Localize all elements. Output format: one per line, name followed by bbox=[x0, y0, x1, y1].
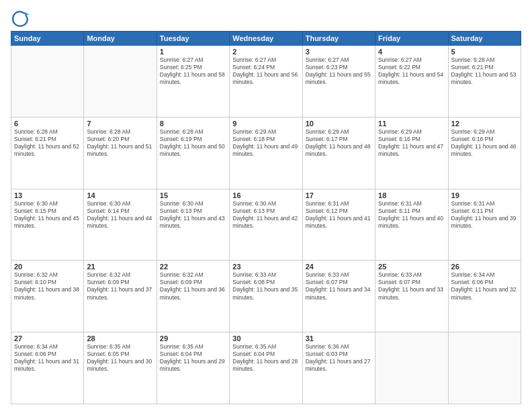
day-number: 5 bbox=[451, 48, 518, 56]
calendar-header-monday: Monday bbox=[84, 32, 157, 46]
day-number: 13 bbox=[14, 191, 81, 199]
calendar-cell: 10Sunrise: 6:29 AM Sunset: 6:17 PM Dayli… bbox=[302, 117, 375, 189]
day-number: 3 bbox=[306, 48, 372, 56]
day-number: 25 bbox=[378, 263, 445, 271]
day-number: 22 bbox=[160, 263, 226, 271]
day-info: Sunrise: 6:29 AM Sunset: 6:16 PM Dayligh… bbox=[378, 128, 445, 158]
calendar-cell: 4Sunrise: 6:27 AM Sunset: 6:22 PM Daylig… bbox=[375, 46, 448, 118]
day-info: Sunrise: 6:36 AM Sunset: 6:03 PM Dayligh… bbox=[306, 343, 372, 373]
calendar-cell bbox=[84, 46, 157, 118]
day-info: Sunrise: 6:31 AM Sunset: 6:11 PM Dayligh… bbox=[451, 200, 518, 230]
calendar-header-sunday: Sunday bbox=[11, 32, 84, 46]
calendar-cell: 12Sunrise: 6:29 AM Sunset: 6:16 PM Dayli… bbox=[448, 117, 521, 189]
day-number: 27 bbox=[14, 334, 81, 342]
day-number: 23 bbox=[232, 263, 299, 271]
day-number: 19 bbox=[451, 191, 518, 199]
calendar-cell bbox=[11, 46, 84, 118]
week-row-4: 27Sunrise: 6:34 AM Sunset: 6:06 PM Dayli… bbox=[11, 332, 521, 404]
page: SundayMondayTuesdayWednesdayThursdayFrid… bbox=[0, 0, 532, 411]
header bbox=[11, 7, 521, 28]
calendar-cell: 16Sunrise: 6:30 AM Sunset: 6:13 PM Dayli… bbox=[230, 189, 302, 261]
calendar-cell: 24Sunrise: 6:33 AM Sunset: 6:07 PM Dayli… bbox=[302, 261, 375, 332]
calendar-cell: 19Sunrise: 6:31 AM Sunset: 6:11 PM Dayli… bbox=[448, 189, 521, 261]
day-info: Sunrise: 6:29 AM Sunset: 6:16 PM Dayligh… bbox=[451, 128, 518, 158]
day-info: Sunrise: 6:28 AM Sunset: 6:21 PM Dayligh… bbox=[451, 56, 518, 86]
calendar-table: SundayMondayTuesdayWednesdayThursdayFrid… bbox=[11, 31, 521, 404]
day-info: Sunrise: 6:30 AM Sunset: 6:13 PM Dayligh… bbox=[160, 200, 226, 230]
day-number: 1 bbox=[160, 48, 226, 56]
day-info: Sunrise: 6:28 AM Sunset: 6:21 PM Dayligh… bbox=[14, 128, 81, 158]
calendar-cell: 11Sunrise: 6:29 AM Sunset: 6:16 PM Dayli… bbox=[375, 117, 448, 189]
calendar-cell: 3Sunrise: 6:27 AM Sunset: 6:23 PM Daylig… bbox=[302, 46, 375, 118]
day-number: 16 bbox=[232, 191, 299, 199]
calendar-cell: 26Sunrise: 6:34 AM Sunset: 6:06 PM Dayli… bbox=[448, 261, 521, 332]
calendar-header-wednesday: Wednesday bbox=[230, 32, 302, 46]
calendar-cell: 30Sunrise: 6:35 AM Sunset: 6:04 PM Dayli… bbox=[230, 332, 302, 404]
day-info: Sunrise: 6:28 AM Sunset: 6:20 PM Dayligh… bbox=[87, 128, 153, 158]
calendar-cell: 17Sunrise: 6:31 AM Sunset: 6:12 PM Dayli… bbox=[302, 189, 375, 261]
day-info: Sunrise: 6:29 AM Sunset: 6:18 PM Dayligh… bbox=[232, 128, 299, 158]
day-info: Sunrise: 6:27 AM Sunset: 6:24 PM Dayligh… bbox=[232, 56, 299, 86]
calendar-cell: 29Sunrise: 6:35 AM Sunset: 6:04 PM Dayli… bbox=[157, 332, 229, 404]
calendar-cell: 20Sunrise: 6:32 AM Sunset: 6:10 PM Dayli… bbox=[11, 261, 84, 332]
calendar-cell: 7Sunrise: 6:28 AM Sunset: 6:20 PM Daylig… bbox=[84, 117, 157, 189]
calendar-header-row: SundayMondayTuesdayWednesdayThursdayFrid… bbox=[11, 32, 521, 46]
day-info: Sunrise: 6:34 AM Sunset: 6:06 PM Dayligh… bbox=[14, 343, 81, 373]
calendar-cell: 8Sunrise: 6:28 AM Sunset: 6:19 PM Daylig… bbox=[157, 117, 229, 189]
day-number: 24 bbox=[306, 263, 372, 271]
calendar-cell: 18Sunrise: 6:31 AM Sunset: 6:11 PM Dayli… bbox=[375, 189, 448, 261]
day-number: 14 bbox=[87, 191, 153, 199]
day-info: Sunrise: 6:32 AM Sunset: 6:09 PM Dayligh… bbox=[160, 271, 226, 301]
day-info: Sunrise: 6:30 AM Sunset: 6:15 PM Dayligh… bbox=[14, 200, 81, 230]
day-info: Sunrise: 6:28 AM Sunset: 6:19 PM Dayligh… bbox=[160, 128, 226, 158]
calendar-cell: 22Sunrise: 6:32 AM Sunset: 6:09 PM Dayli… bbox=[157, 261, 229, 332]
day-info: Sunrise: 6:32 AM Sunset: 6:10 PM Dayligh… bbox=[14, 271, 81, 301]
calendar-cell: 13Sunrise: 6:30 AM Sunset: 6:15 PM Dayli… bbox=[11, 189, 84, 261]
day-info: Sunrise: 6:27 AM Sunset: 6:22 PM Dayligh… bbox=[378, 56, 445, 86]
calendar-cell bbox=[448, 332, 521, 404]
day-number: 17 bbox=[306, 191, 372, 199]
calendar-cell bbox=[375, 332, 448, 404]
day-number: 21 bbox=[87, 263, 153, 271]
logo bbox=[11, 9, 32, 28]
day-info: Sunrise: 6:31 AM Sunset: 6:12 PM Dayligh… bbox=[306, 200, 372, 230]
calendar-cell: 31Sunrise: 6:36 AM Sunset: 6:03 PM Dayli… bbox=[302, 332, 375, 404]
calendar-cell: 28Sunrise: 6:35 AM Sunset: 6:05 PM Dayli… bbox=[84, 332, 157, 404]
calendar-cell: 9Sunrise: 6:29 AM Sunset: 6:18 PM Daylig… bbox=[230, 117, 302, 189]
calendar-cell: 14Sunrise: 6:30 AM Sunset: 6:14 PM Dayli… bbox=[84, 189, 157, 261]
day-number: 2 bbox=[232, 48, 299, 56]
week-row-2: 13Sunrise: 6:30 AM Sunset: 6:15 PM Dayli… bbox=[11, 189, 521, 261]
calendar-cell: 15Sunrise: 6:30 AM Sunset: 6:13 PM Dayli… bbox=[157, 189, 229, 261]
day-info: Sunrise: 6:30 AM Sunset: 6:14 PM Dayligh… bbox=[87, 200, 153, 230]
calendar-cell: 25Sunrise: 6:33 AM Sunset: 6:07 PM Dayli… bbox=[375, 261, 448, 332]
calendar-header-tuesday: Tuesday bbox=[157, 32, 229, 46]
day-info: Sunrise: 6:27 AM Sunset: 6:25 PM Dayligh… bbox=[160, 56, 226, 86]
week-row-1: 6Sunrise: 6:28 AM Sunset: 6:21 PM Daylig… bbox=[11, 117, 521, 189]
calendar-header-thursday: Thursday bbox=[302, 32, 375, 46]
day-info: Sunrise: 6:32 AM Sunset: 6:09 PM Dayligh… bbox=[87, 271, 153, 301]
day-number: 7 bbox=[87, 120, 153, 128]
day-number: 26 bbox=[451, 263, 518, 271]
day-info: Sunrise: 6:31 AM Sunset: 6:11 PM Dayligh… bbox=[378, 200, 445, 230]
day-number: 20 bbox=[14, 263, 81, 271]
day-number: 18 bbox=[378, 191, 445, 199]
day-number: 4 bbox=[378, 48, 445, 56]
day-number: 29 bbox=[160, 334, 226, 342]
day-number: 30 bbox=[232, 334, 299, 342]
week-row-3: 20Sunrise: 6:32 AM Sunset: 6:10 PM Dayli… bbox=[11, 261, 521, 332]
calendar-cell: 6Sunrise: 6:28 AM Sunset: 6:21 PM Daylig… bbox=[11, 117, 84, 189]
day-number: 31 bbox=[306, 334, 372, 342]
day-info: Sunrise: 6:35 AM Sunset: 6:05 PM Dayligh… bbox=[87, 343, 153, 373]
day-info: Sunrise: 6:30 AM Sunset: 6:13 PM Dayligh… bbox=[232, 200, 299, 230]
week-row-0: 1Sunrise: 6:27 AM Sunset: 6:25 PM Daylig… bbox=[11, 46, 521, 118]
logo-icon bbox=[11, 9, 30, 28]
day-number: 10 bbox=[306, 120, 372, 128]
calendar-cell: 5Sunrise: 6:28 AM Sunset: 6:21 PM Daylig… bbox=[448, 46, 521, 118]
day-info: Sunrise: 6:33 AM Sunset: 6:07 PM Dayligh… bbox=[306, 271, 372, 301]
calendar-header-saturday: Saturday bbox=[448, 32, 521, 46]
calendar-cell: 27Sunrise: 6:34 AM Sunset: 6:06 PM Dayli… bbox=[11, 332, 84, 404]
day-number: 11 bbox=[378, 120, 445, 128]
day-info: Sunrise: 6:27 AM Sunset: 6:23 PM Dayligh… bbox=[306, 56, 372, 86]
calendar-header-friday: Friday bbox=[375, 32, 448, 46]
day-number: 28 bbox=[87, 334, 153, 342]
